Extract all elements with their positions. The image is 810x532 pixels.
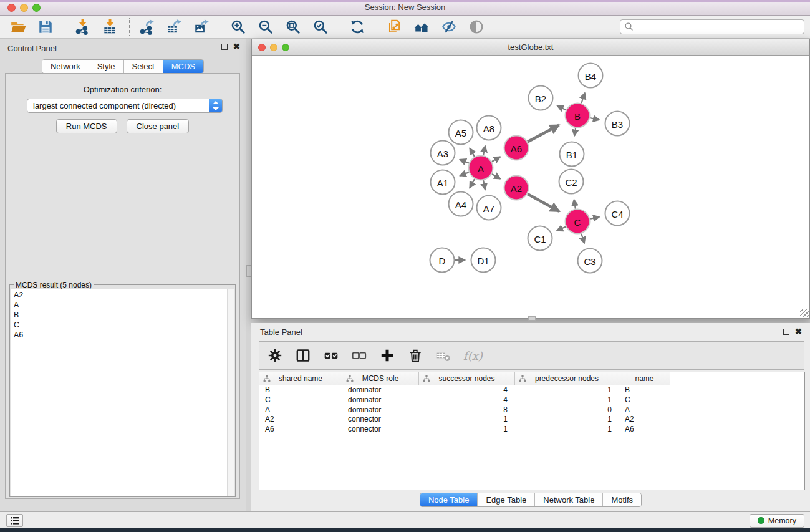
network-close-button[interactable] xyxy=(258,44,266,51)
graph-node-B4[interactable]: B4 xyxy=(579,64,603,88)
mcds-result-list[interactable]: A2ABCA6 xyxy=(11,289,234,496)
network-window-titlebar[interactable]: testGlobe.txt xyxy=(252,39,809,56)
search-input[interactable] xyxy=(634,21,804,33)
table-row[interactable]: Bdominator41B xyxy=(259,385,804,395)
graph-node-B1[interactable]: B1 xyxy=(560,142,584,167)
graph-edge-C-C3[interactable] xyxy=(581,234,584,243)
graph-node-B[interactable]: B xyxy=(566,104,590,128)
graph-edge-A6-B[interactable] xyxy=(528,125,559,142)
graph-edge-A-A3[interactable] xyxy=(460,160,469,163)
graph-edge-A-A8[interactable] xyxy=(483,146,485,155)
refresh-network-icon[interactable] xyxy=(348,18,366,36)
new-network-from-selection-icon[interactable] xyxy=(385,18,403,36)
graph-edge-A-A1[interactable] xyxy=(460,172,469,175)
graph-edge-A-A4[interactable] xyxy=(470,179,475,188)
close-table-panel-icon[interactable]: ✖ xyxy=(795,329,802,335)
mcds-result-item[interactable]: A6 xyxy=(11,329,234,339)
graph-edge-A-A6[interactable] xyxy=(492,157,500,162)
graph-node-A2[interactable]: A2 xyxy=(504,176,529,200)
graph-node-A1[interactable]: A1 xyxy=(431,170,455,195)
float-panel-icon[interactable] xyxy=(221,44,228,50)
memory-button[interactable]: Memory xyxy=(750,514,804,528)
graph-node-B2[interactable]: B2 xyxy=(529,86,553,110)
select-all-rows-icon[interactable] xyxy=(323,347,339,364)
tab-motifs[interactable]: Motifs xyxy=(603,493,641,506)
import-network-icon[interactable] xyxy=(73,18,91,36)
open-session-icon[interactable] xyxy=(9,18,27,36)
graph-node-A3[interactable]: A3 xyxy=(431,141,455,165)
search-box[interactable] xyxy=(620,19,804,34)
task-history-button[interactable] xyxy=(6,514,23,527)
zoom-selected-icon[interactable] xyxy=(311,18,329,36)
add-column-icon[interactable] xyxy=(379,347,395,364)
network-zoom-button[interactable] xyxy=(282,44,289,51)
column-header-successor-nodes[interactable]: successor nodes xyxy=(419,372,515,385)
column-header-shared-name[interactable]: shared name xyxy=(259,372,342,385)
graph-edge-A2-C[interactable] xyxy=(528,194,559,211)
graph-node-A[interactable]: A xyxy=(469,156,493,180)
tab-mcds[interactable]: MCDS xyxy=(163,60,203,73)
graph-node-A7[interactable]: A7 xyxy=(477,196,501,220)
graph-node-C3[interactable]: C3 xyxy=(578,249,602,273)
graph-edge-C-C2[interactable] xyxy=(574,200,576,209)
criterion-select[interactable]: largest connected component (directed) xyxy=(27,99,223,113)
graph-edge-B-B3[interactable] xyxy=(590,118,599,120)
show-hidden-icon[interactable] xyxy=(467,18,485,36)
graph-node-A4[interactable]: A4 xyxy=(449,192,473,216)
zoom-window-button[interactable] xyxy=(32,4,41,12)
zoom-fit-icon[interactable] xyxy=(284,18,302,36)
result-scrollbar[interactable] xyxy=(227,289,234,496)
tab-select[interactable]: Select xyxy=(124,60,163,73)
first-neighbors-icon[interactable] xyxy=(412,18,430,36)
graph-node-C[interactable]: C xyxy=(566,210,590,234)
delete-column-icon[interactable] xyxy=(407,347,423,364)
minimize-window-button[interactable] xyxy=(20,4,28,12)
close-panel-button[interactable]: Close panel xyxy=(127,119,190,133)
close-window-button[interactable] xyxy=(7,4,16,12)
column-header-MCDS-role[interactable]: MCDS role xyxy=(342,372,419,385)
graph-node-D1[interactable]: D1 xyxy=(471,248,496,273)
graph-node-C4[interactable]: C4 xyxy=(605,201,630,226)
column-header-predecessor-nodes[interactable]: predecessor nodes xyxy=(515,372,619,385)
graph-edge-C-C4[interactable] xyxy=(590,217,599,219)
export-image-icon[interactable] xyxy=(192,18,210,36)
column-layout-icon[interactable] xyxy=(295,347,311,364)
tab-style[interactable]: Style xyxy=(89,60,124,73)
tab-network-table[interactable]: Network Table xyxy=(535,493,603,506)
graph-edge-B-B4[interactable] xyxy=(581,93,584,104)
close-panel-icon[interactable]: ✖ xyxy=(233,44,240,50)
graph-node-C2[interactable]: C2 xyxy=(559,170,584,194)
table-row[interactable]: Cdominator41C xyxy=(259,395,804,405)
graph-edge-A-A2[interactable] xyxy=(492,174,500,179)
window-resize-grip[interactable] xyxy=(800,309,809,317)
deselect-all-rows-icon[interactable] xyxy=(351,347,367,364)
table-row[interactable]: A6connector11A6 xyxy=(259,425,804,435)
mcds-result-item[interactable]: B xyxy=(11,309,234,319)
graph-edge-A-A7[interactable] xyxy=(483,180,485,190)
table-row[interactable]: Adominator80A xyxy=(259,405,804,415)
network-canvas[interactable]: AA1A2A3A4A5A6A7A8BB1B2B3B4CC1C2C3C4DD1 xyxy=(252,56,809,318)
tab-edge-table[interactable]: Edge Table xyxy=(478,493,535,506)
graph-node-A8[interactable]: A8 xyxy=(477,116,501,140)
graph-edge-A-A5[interactable] xyxy=(470,148,475,157)
graph-node-A6[interactable]: A6 xyxy=(504,136,529,160)
tab-node-table[interactable]: Node Table xyxy=(420,493,478,506)
horizontal-divider-grip[interactable] xyxy=(528,316,536,321)
zoom-in-icon[interactable] xyxy=(229,18,247,36)
export-network-icon[interactable] xyxy=(137,18,155,36)
graph-node-B3[interactable]: B3 xyxy=(605,112,630,136)
tab-network[interactable]: Network xyxy=(42,60,89,73)
network-minimize-button[interactable] xyxy=(270,44,277,51)
graph-node-A5[interactable]: A5 xyxy=(449,120,473,145)
mcds-result-item[interactable]: A xyxy=(11,299,234,309)
graph-node-C1[interactable]: C1 xyxy=(528,226,552,251)
graph-node-D[interactable]: D xyxy=(430,248,455,273)
graph-edge-B-B1[interactable] xyxy=(574,128,576,136)
graph-edge-B-B2[interactable] xyxy=(557,106,566,110)
graph-edge-C-C1[interactable] xyxy=(557,226,566,231)
node-table[interactable]: shared nameMCDS rolesuccessor nodesprede… xyxy=(259,372,805,490)
vertical-divider-grip[interactable] xyxy=(246,265,251,277)
import-table-icon[interactable] xyxy=(100,18,118,36)
table-row[interactable]: A2connector11A2 xyxy=(259,415,804,425)
export-table-icon[interactable] xyxy=(165,18,183,36)
